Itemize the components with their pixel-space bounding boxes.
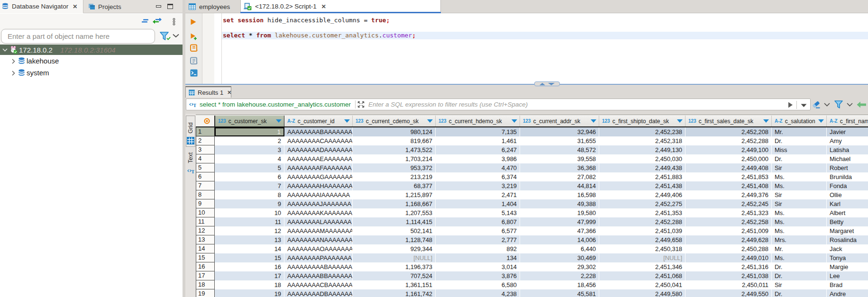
sort-dropdown-icon[interactable] bbox=[763, 119, 769, 123]
grid-cell[interactable]: Sir bbox=[772, 190, 827, 199]
grid-cell[interactable]: Sir bbox=[772, 163, 827, 172]
grid-cell[interactable]: AAAAAAAAKAAAAAAA bbox=[284, 208, 353, 217]
maximize-view-button[interactable] bbox=[167, 4, 174, 9]
collapse-down-icon[interactable] bbox=[548, 83, 555, 85]
grid-cell[interactable]: 2,452,288 bbox=[599, 217, 685, 226]
grid-cell[interactable]: Mr. bbox=[772, 244, 827, 253]
grid-cell[interactable]: 6,440 bbox=[520, 244, 599, 253]
grid-cell[interactable]: 929,344 bbox=[353, 244, 436, 253]
grid-cell[interactable]: 30,469 bbox=[520, 253, 599, 262]
sql-code[interactable]: set session hide_inaccessible_columns = … bbox=[222, 17, 868, 39]
grid-cell[interactable]: 2,449,438 bbox=[599, 163, 685, 172]
grid-cell[interactable]: 16,598 bbox=[520, 190, 599, 199]
grid-cell[interactable]: 1,361,151 bbox=[353, 280, 436, 289]
grid-cell[interactable]: Brunilda bbox=[827, 172, 868, 181]
grid-cell[interactable]: 1,161,742 bbox=[353, 289, 436, 297]
grid-cell[interactable]: Margaret bbox=[827, 226, 868, 235]
grid-cell[interactable]: 2,451,039 bbox=[599, 226, 685, 235]
code-line[interactable] bbox=[222, 24, 868, 32]
grid-cell[interactable]: 3,986 bbox=[436, 154, 520, 163]
column-header-c_salutation[interactable]: A-Zc_salutation bbox=[772, 116, 827, 126]
grid-cell[interactable]: 2,450,288 bbox=[685, 244, 772, 253]
grid-cell[interactable]: 2,449,376 bbox=[685, 190, 772, 199]
grid-cell[interactable]: Dr. bbox=[772, 289, 827, 297]
column-header-c_first_sales_date_sk[interactable]: 123c_first_sales_date_sk bbox=[685, 116, 772, 126]
sort-dropdown-icon[interactable] bbox=[427, 119, 433, 123]
grid-cell[interactable]: 6,577 bbox=[436, 226, 520, 235]
grid-cell[interactable]: Karl bbox=[827, 199, 868, 208]
grid-cell[interactable]: 707,524 bbox=[353, 271, 436, 280]
row-header[interactable]: 9 bbox=[196, 199, 215, 208]
grid-cell[interactable]: 14 bbox=[215, 244, 284, 253]
grid-cell[interactable]: [NULL] bbox=[353, 253, 436, 262]
grid-cell[interactable]: 49,388 bbox=[520, 199, 599, 208]
row-header[interactable]: 16 bbox=[196, 262, 215, 271]
grid-cell[interactable]: 6 bbox=[215, 172, 284, 181]
grid-cell[interactable]: 32,946 bbox=[520, 127, 599, 136]
grid-cell[interactable]: Robert bbox=[827, 163, 868, 172]
grid-cell[interactable]: 7 bbox=[215, 181, 284, 190]
grid-cell[interactable]: 3,014 bbox=[436, 262, 520, 271]
column-header-c_current_addr_sk[interactable]: 123c_current_addr_sk bbox=[520, 116, 599, 126]
grid-cell[interactable]: 3,219 bbox=[436, 181, 520, 190]
grid-cell[interactable]: AAAAAAAABBAAAAAA bbox=[284, 271, 353, 280]
splitter-collapse-control[interactable] bbox=[534, 81, 560, 86]
code-line[interactable]: set session hide_inaccessible_columns = … bbox=[222, 17, 868, 24]
tab-database-navigator[interactable]: Database Navigator ✕ bbox=[0, 0, 83, 13]
grid-cell[interactable]: 1,128,748 bbox=[353, 235, 436, 244]
collapse-up-icon[interactable] bbox=[539, 83, 545, 85]
grid-cell[interactable]: 2,452,258 bbox=[685, 217, 772, 226]
link-with-editor-icon[interactable] bbox=[153, 18, 162, 24]
grid-cell[interactable]: Tonya bbox=[827, 253, 868, 262]
grid-cell[interactable]: 2,449,408 bbox=[685, 163, 772, 172]
tab-script[interactable]: <172.18.0.2> Script-1 ✕ bbox=[240, 0, 441, 13]
grid-cell[interactable]: AAAAAAAAOAAAAAAA bbox=[284, 244, 353, 253]
grid-cell[interactable]: 953,372 bbox=[353, 163, 436, 172]
minimize-view-button[interactable] bbox=[155, 4, 162, 9]
grid-cell[interactable]: 48,572 bbox=[520, 145, 599, 154]
grid-cell[interactable]: 10 bbox=[215, 208, 284, 217]
close-results-tab-icon[interactable]: ✕ bbox=[227, 90, 231, 96]
grid-cell[interactable]: 19 bbox=[215, 289, 284, 297]
grid-cell[interactable]: 2,450,000 bbox=[685, 154, 772, 163]
view-menu-icon[interactable] bbox=[172, 18, 176, 26]
grid-cell[interactable]: 980,124 bbox=[353, 127, 436, 136]
column-header-c_customer_sk[interactable]: 123c_customer_sk bbox=[215, 116, 284, 126]
row-header[interactable]: 17 bbox=[196, 271, 215, 280]
grid-cell[interactable]: Sir bbox=[772, 199, 827, 208]
sort-dropdown-icon[interactable] bbox=[677, 119, 683, 123]
grid-cell[interactable]: Fonda bbox=[827, 181, 868, 190]
grid-cell[interactable]: 892 bbox=[436, 244, 520, 253]
row-header[interactable]: 19 bbox=[196, 289, 215, 297]
grid-cell[interactable]: 2,450,030 bbox=[599, 154, 685, 163]
grid-cell[interactable]: Javier bbox=[827, 127, 868, 136]
grid-cell[interactable]: Dr. bbox=[772, 262, 827, 271]
grid-cell[interactable]: 12 bbox=[215, 226, 284, 235]
execute-statement-icon[interactable] bbox=[190, 18, 197, 26]
grid-cell[interactable]: 2,452,238 bbox=[599, 127, 685, 136]
grid-cell[interactable]: Ms. bbox=[772, 181, 827, 190]
grid-cell[interactable]: 2,449,100 bbox=[685, 145, 772, 154]
grid-cell[interactable]: Ms. bbox=[772, 208, 827, 217]
row-header[interactable]: 3 bbox=[196, 145, 215, 154]
grid-cell[interactable]: Miss bbox=[772, 145, 827, 154]
grid-cell[interactable]: AAAAAAAADAAAAAAA bbox=[284, 145, 353, 154]
row-header[interactable]: 13 bbox=[196, 235, 215, 244]
tab-projects[interactable]: Projects bbox=[84, 0, 134, 13]
execute-script-icon[interactable] bbox=[190, 44, 198, 52]
grid-cell[interactable]: 2,452,208 bbox=[685, 127, 772, 136]
sort-dropdown-icon[interactable] bbox=[591, 119, 596, 123]
search-options-chevron-icon[interactable] bbox=[173, 34, 179, 38]
grid-cell[interactable]: AAAAAAAACAAAAAAA bbox=[284, 136, 353, 145]
tree-item-connection[interactable]: 172.18.0.2 172.18.0.2:31604 bbox=[0, 45, 183, 55]
grid-cell[interactable]: AAAAAAAAMAAAAAAA bbox=[284, 226, 353, 235]
grid-cell[interactable]: Ms. bbox=[772, 172, 827, 181]
grid-cell[interactable]: 29,302 bbox=[520, 262, 599, 271]
filter-objects-icon[interactable] bbox=[160, 32, 172, 41]
grid-cell[interactable]: AAAAAAAACBAAAAAA bbox=[284, 280, 353, 289]
grid-cell[interactable]: [NULL] bbox=[599, 253, 685, 262]
grid-cell[interactable]: Jack bbox=[827, 244, 868, 253]
grid-cell[interactable]: Michael bbox=[827, 154, 868, 163]
grid-cell[interactable]: 2,228 bbox=[520, 271, 599, 280]
tab-results-1[interactable]: Results 1 ✕ bbox=[185, 86, 231, 98]
